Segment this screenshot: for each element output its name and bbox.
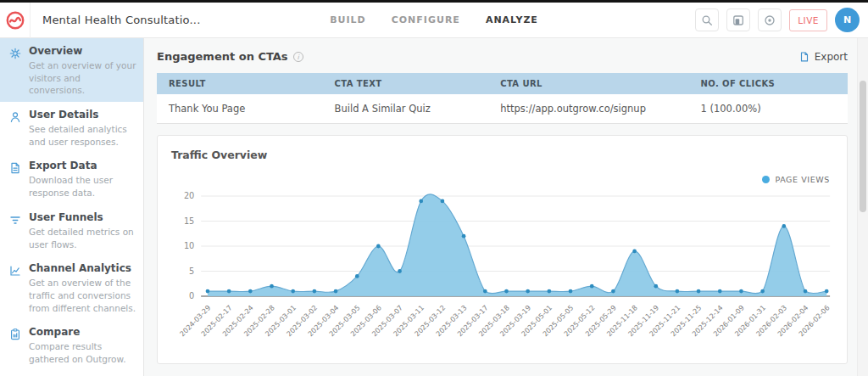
- cell-cta-text: Build A Similar Quiz: [323, 94, 489, 124]
- export-document-icon: [798, 51, 810, 63]
- data-point[interactable]: [804, 289, 808, 294]
- sidebar-item-label: Overview: [29, 45, 136, 57]
- sidebar-item-description: Get detailed metrics on user flows.: [29, 226, 136, 250]
- series-line: [208, 194, 826, 294]
- sidebar-item-label: Compare: [29, 326, 136, 338]
- data-point[interactable]: [419, 199, 423, 204]
- search-button[interactable]: [695, 8, 719, 31]
- sidebar-item-overview[interactable]: Overview Get an overview of your visitor…: [0, 38, 143, 102]
- data-point[interactable]: [227, 289, 231, 294]
- sidebar-item-text: Export Data Download the user response d…: [29, 160, 136, 199]
- sidebar-item-description: Download the user response data.: [29, 174, 136, 199]
- table-header-row: RESULT CTA TEXT CTA URL NO. OF CLICKS: [157, 73, 848, 94]
- sidebar-item-reports[interactable]: Reports Configure and send custom PDF re…: [0, 371, 143, 376]
- chart-legend[interactable]: PAGE VIEWS: [171, 175, 830, 184]
- chart-title: Traffic Overview: [171, 149, 833, 161]
- cell-cta-url: https://app.outgrow.co/signup: [488, 94, 688, 124]
- funnel-icon: [8, 213, 22, 227]
- sidebar-item-text: User Details See detailed analytics and …: [29, 109, 136, 148]
- section-title: Engagement on CTAs: [157, 50, 288, 63]
- device-preview-icon: [732, 14, 745, 27]
- sidebar-item-user-details[interactable]: User Details See detailed analytics and …: [0, 102, 143, 153]
- traffic-overview-chart[interactable]: 201510502024-03-292025-02-172025-02-2420…: [171, 186, 833, 368]
- y-axis-tick: 10: [184, 241, 194, 250]
- live-button[interactable]: LIVE: [789, 9, 827, 31]
- nav-configure[interactable]: CONFIGURE: [392, 14, 460, 25]
- data-point[interactable]: [441, 199, 445, 204]
- y-axis-tick: 20: [184, 191, 194, 200]
- line-chart-icon: [8, 264, 22, 278]
- area-series: [208, 194, 826, 296]
- col-no-of-clicks[interactable]: NO. OF CLICKS: [689, 73, 848, 94]
- main-content: Engagement on CTAs i Export RESULT CTA T…: [144, 38, 868, 376]
- sidebar-item-user-funnels[interactable]: User Funnels Get detailed metrics on use…: [0, 205, 143, 255]
- data-point[interactable]: [526, 289, 530, 294]
- table-row: Thank You Page Build A Similar Quiz http…: [157, 94, 848, 124]
- sidebar-item-label: Channel Analytics: [29, 262, 136, 274]
- data-point[interactable]: [569, 289, 573, 294]
- data-point[interactable]: [355, 274, 359, 278]
- header-actions: LIVE N: [695, 8, 860, 32]
- col-result[interactable]: RESULT: [157, 73, 323, 94]
- scrollbar-track[interactable]: [857, 38, 868, 376]
- nav-analyze[interactable]: ANALYZE: [486, 14, 538, 25]
- data-point[interactable]: [782, 224, 786, 228]
- top-header: Mental Health Consultatio... BUILD CONFI…: [0, 3, 868, 38]
- traffic-overview-card: Traffic Overview PAGE VIEWS 201510502024…: [157, 135, 848, 364]
- main-nav: BUILD CONFIGURE ANALYZE: [330, 14, 538, 25]
- y-axis-tick: 15: [184, 216, 194, 226]
- analyze-sidebar: Overview Get an overview of your visitor…: [0, 38, 144, 376]
- data-point[interactable]: [248, 289, 253, 294]
- export-button[interactable]: Export: [798, 51, 848, 63]
- data-point[interactable]: [376, 244, 381, 249]
- data-point[interactable]: [611, 289, 615, 294]
- col-cta-url[interactable]: CTA URL: [488, 73, 688, 94]
- data-point[interactable]: [760, 289, 765, 294]
- data-point[interactable]: [313, 289, 317, 294]
- data-point[interactable]: [654, 284, 658, 289]
- data-point[interactable]: [462, 234, 466, 239]
- nav-build[interactable]: BUILD: [330, 14, 366, 25]
- sidebar-item-description: Get an overview of your visitors and con…: [29, 59, 136, 97]
- sidebar-item-description: Compare results gathered on Outgrow.: [29, 340, 136, 365]
- sidebar-item-channel-analytics[interactable]: Channel Analytics Get an overview of the…: [0, 255, 143, 319]
- data-point[interactable]: [291, 289, 295, 294]
- y-axis-tick: 0: [189, 291, 194, 300]
- legend-dot-icon: [762, 176, 770, 183]
- sidebar-item-export-data[interactable]: Export Data Download the user response d…: [0, 153, 143, 204]
- sidebar-item-text: User Funnels Get detailed metrics on use…: [29, 211, 136, 250]
- data-point[interactable]: [739, 289, 743, 294]
- data-point[interactable]: [206, 289, 210, 294]
- data-point[interactable]: [483, 289, 487, 294]
- col-cta-text[interactable]: CTA TEXT: [323, 73, 489, 94]
- search-icon: [700, 14, 714, 27]
- data-point[interactable]: [548, 289, 552, 294]
- device-preview-button[interactable]: [726, 8, 750, 31]
- outgrow-logo[interactable]: [0, 3, 31, 38]
- outgrow-logo-icon: [5, 10, 25, 31]
- preview-button[interactable]: [758, 8, 782, 31]
- data-point[interactable]: [632, 250, 637, 254]
- scrollbar-thumb[interactable]: [860, 81, 866, 212]
- user-icon: [8, 110, 22, 124]
- sidebar-item-compare[interactable]: Compare Compare results gathered on Outg…: [0, 319, 143, 370]
- data-point[interactable]: [825, 289, 829, 294]
- sidebar-item-text: Channel Analytics Get an overview of the…: [29, 262, 136, 314]
- legend-label: PAGE VIEWS: [775, 175, 830, 184]
- data-point[interactable]: [334, 289, 338, 294]
- info-icon[interactable]: i: [293, 52, 303, 62]
- data-point[interactable]: [504, 289, 509, 294]
- sidebar-item-description: Get an overview of the traffic and conve…: [29, 277, 136, 314]
- data-point[interactable]: [398, 269, 402, 273]
- data-point[interactable]: [270, 284, 274, 289]
- cell-clicks: 1 (100.00%): [689, 94, 848, 124]
- data-point[interactable]: [590, 284, 594, 289]
- user-avatar[interactable]: N: [835, 8, 860, 32]
- page-title: Mental Health Consultatio...: [42, 14, 200, 26]
- data-point[interactable]: [697, 289, 701, 294]
- cta-engagement-table: RESULT CTA TEXT CTA URL NO. OF CLICKS Th…: [157, 73, 848, 124]
- data-point[interactable]: [676, 289, 680, 294]
- data-point[interactable]: [718, 289, 722, 294]
- gear-icon: [8, 47, 22, 60]
- sidebar-item-label: Export Data: [29, 160, 136, 171]
